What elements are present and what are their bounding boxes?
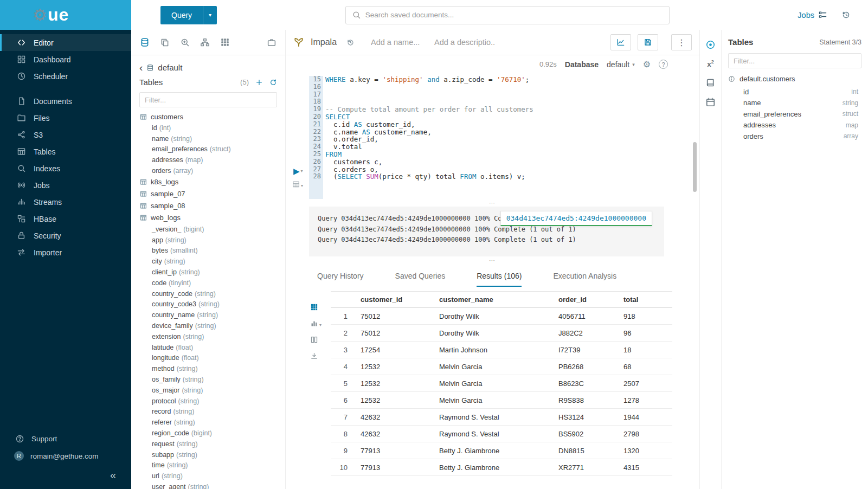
breadcrumb-database-name[interactable]: default <box>158 63 182 72</box>
add-table-icon[interactable] <box>255 79 263 86</box>
sql-editor[interactable]: ▶ ▾ ▾ 1516171819202122232425262728 WHERE… <box>286 73 699 199</box>
search-input[interactable] <box>365 11 663 19</box>
code-lines[interactable]: WHERE a.key = 'shipping' and a.zip_code … <box>323 76 699 199</box>
sidebar-item-scheduler[interactable]: Scheduler <box>0 68 131 85</box>
sql-source-icon[interactable] <box>140 37 150 47</box>
functions-icon[interactable]: x2 <box>707 59 714 68</box>
assist-table-k8s_logs[interactable]: k8s_logs <box>131 176 285 188</box>
sidebar-item-indexes[interactable]: Indexes <box>0 160 131 177</box>
table-row[interactable]: 977913Betty J. GiambroneDN88151320 <box>331 442 672 459</box>
query-id-tooltip[interactable]: 034d413ec7474ed5:4249de1000000000 <box>500 211 652 226</box>
documents-source-icon[interactable] <box>160 37 170 47</box>
save-button[interactable] <box>638 34 658 50</box>
sidebar-item-user[interactable]: R romain@gethue.com <box>0 447 131 465</box>
table-row[interactable]: 317254Martin JohnsonI72T3918 <box>331 342 672 358</box>
execute-button[interactable]: ▶ ▾ <box>293 167 303 175</box>
database-select[interactable]: default ▾ <box>607 60 635 69</box>
sidebar-item-support[interactable]: Support <box>0 430 131 447</box>
assist-column-method[interactable]: method(string) <box>131 363 285 374</box>
table-row[interactable]: 275012Dorothy WilkJ882C296 <box>331 325 672 342</box>
assist-column-latitude[interactable]: latitude(float) <box>131 342 285 353</box>
table-row[interactable]: 175012Dorothy Wilk4056711918 <box>331 308 672 325</box>
column-header-customer_id[interactable]: customer_id <box>355 292 434 308</box>
active-table-row[interactable]: default.customers <box>728 73 861 86</box>
tab-execution-analysis[interactable]: Execution Analysis <box>553 272 616 287</box>
assist-column-id[interactable]: id(int) <box>131 123 285 133</box>
assist-column-user_agent[interactable]: user_agent(string) <box>131 481 285 489</box>
assist-column-client_ip[interactable]: client_ip(string) <box>131 267 285 278</box>
assist-column-os_major[interactable]: os_major(string) <box>131 385 285 396</box>
more-actions-button[interactable]: ⋮ <box>671 34 692 50</box>
new-query-button[interactable]: Query <box>160 6 203 24</box>
sidebar-item-streams[interactable]: Streams <box>0 194 131 210</box>
tab-results-106-[interactable]: Results (106) <box>477 272 522 287</box>
resize-handle[interactable]: ⋯ <box>286 199 699 207</box>
new-query-dropdown-button[interactable]: ▾ <box>203 6 217 24</box>
history-icon[interactable] <box>841 10 851 20</box>
table-row[interactable]: 842632Raymond S. VestalBS59022798 <box>331 426 672 442</box>
search-source-icon[interactable] <box>180 37 190 47</box>
chart-button[interactable] <box>610 34 631 50</box>
download-icon[interactable] <box>310 352 318 360</box>
schedule-icon[interactable] <box>705 97 716 107</box>
assist-column-protocol[interactable]: protocol(string) <box>131 396 285 407</box>
resize-handle[interactable]: ⋯ <box>286 256 699 264</box>
sidebar-item-dashboard[interactable]: Dashboard <box>0 51 131 68</box>
assist-column-device_family[interactable]: device_family(string) <box>131 320 285 331</box>
table-row[interactable]: 512532Melvin GarciaB8623C2507 <box>331 375 672 392</box>
right-column-id[interactable]: idint <box>728 86 861 98</box>
column-header-total[interactable]: total <box>618 292 672 308</box>
assist-column-city[interactable]: city(string) <box>131 256 285 267</box>
editor-assistant-icon[interactable] <box>705 40 716 50</box>
assist-column-request[interactable]: request(string) <box>131 439 285 449</box>
sitemap-source-icon[interactable] <box>200 37 210 47</box>
sidebar-collapse-button[interactable]: « <box>0 465 131 484</box>
right-column-email_preferences[interactable]: email_preferencesstruct <box>728 108 861 120</box>
right-column-orders[interactable]: ordersarray <box>728 131 861 142</box>
assist-column-os_family[interactable]: os_family(string) <box>131 374 285 385</box>
table-row[interactable]: 612532Melvin GarciaR9S8381278 <box>331 392 672 409</box>
sidebar-item-editor[interactable]: Editor <box>0 34 131 51</box>
grid-view-icon[interactable] <box>310 303 318 311</box>
editor-scrollbar[interactable] <box>693 142 697 192</box>
table-row[interactable]: 742632Raymond S. VestalHS31241944 <box>331 409 672 426</box>
sidebar-item-hbase[interactable]: HBase <box>0 210 131 227</box>
assist-table-customers[interactable]: customers <box>131 111 285 123</box>
sidebar-item-documents[interactable]: Documents <box>0 93 131 110</box>
sidebar-item-tables[interactable]: Tables <box>0 143 131 160</box>
assist-column-extension[interactable]: extension(string) <box>131 331 285 342</box>
table-row[interactable]: 412532Melvin GarciaPB626868 <box>331 358 672 375</box>
sidebar-item-importer[interactable]: Importer <box>0 244 131 261</box>
query-history-icon[interactable] <box>346 38 355 47</box>
jobs-link[interactable]: Jobs <box>798 10 827 20</box>
assist-column-region_code[interactable]: region_code(bigint) <box>131 428 285 439</box>
query-name-input[interactable] <box>371 38 428 47</box>
column-header-customer_name[interactable]: customer_name <box>434 292 553 308</box>
sidebar-item-jobs[interactable]: Jobs <box>0 177 131 194</box>
refresh-icon[interactable] <box>269 79 277 86</box>
assist-column-bytes[interactable]: bytes(smallint) <box>131 246 285 256</box>
sidebar-item-security[interactable]: Security <box>0 227 131 244</box>
assist-column-subapp[interactable]: subapp(string) <box>131 449 285 460</box>
assist-column-country_name[interactable]: country_name(string) <box>131 310 285 320</box>
tab-saved-queries[interactable]: Saved Queries <box>395 272 446 287</box>
editor-options-button[interactable]: ▾ <box>292 181 303 190</box>
assist-column-orders[interactable]: orders(array) <box>131 165 285 176</box>
back-chevron-icon[interactable]: ‹ <box>139 62 143 73</box>
chart-view-button[interactable]: ▾ <box>310 319 322 327</box>
assist-column-url[interactable]: url(string) <box>131 471 285 481</box>
assist-column-referer[interactable]: referer(string) <box>131 417 285 428</box>
assist-filter-input[interactable] <box>139 92 277 107</box>
assist-column-country_code3[interactable]: country_code3(string) <box>131 299 285 310</box>
assist-column-code[interactable]: code(tinyint) <box>131 278 285 288</box>
assist-column-name[interactable]: name(string) <box>131 133 285 144</box>
assist-table-web_logs[interactable]: web_logs <box>131 212 285 224</box>
right-column-addresses[interactable]: addressesmap <box>728 120 861 131</box>
assist-column-longitude[interactable]: longitude(float) <box>131 353 285 364</box>
sidebar-item-s3[interactable]: S3 <box>0 126 131 143</box>
assist-column-addresses[interactable]: addresses(map) <box>131 155 285 165</box>
hue-logo[interactable]: ⚙ ue <box>0 0 131 30</box>
help-question-icon[interactable]: ? <box>659 60 668 69</box>
bag-icon[interactable] <box>267 37 277 47</box>
tab-query-history[interactable]: Query History <box>317 272 364 287</box>
